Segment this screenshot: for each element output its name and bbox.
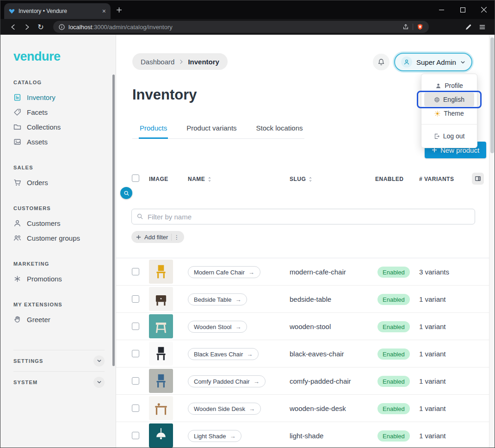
variant-count: 1 variant <box>419 432 446 440</box>
vendure-logo: vendure <box>13 50 116 64</box>
product-detail-link[interactable]: Light Shade → <box>188 430 241 442</box>
table-row: Modern Cafe Chair → modern-cafe-chair En… <box>116 258 495 286</box>
sidebar-item-facets[interactable]: Facets <box>13 105 116 119</box>
row-checkbox[interactable] <box>132 268 139 275</box>
tab-product-variants[interactable]: Product variants <box>186 117 237 139</box>
breadcrumb: Dashboard Inventory <box>132 53 228 70</box>
edit-extension-icon[interactable] <box>461 24 475 31</box>
users-icon <box>13 234 21 242</box>
reload-icon[interactable]: ↻ <box>34 23 48 31</box>
maximize-button[interactable] <box>452 0 473 19</box>
sidebar-item-greeter[interactable]: Greeter <box>13 312 116 327</box>
menu-item-language[interactable]: English <box>424 93 474 106</box>
menu-item-label: Log out <box>443 132 465 140</box>
sidebar-item-label: Customer groups <box>27 234 80 242</box>
customers-nav: Customers Customer groups <box>13 216 116 245</box>
menu-item-logout[interactable]: Log out <box>424 128 474 144</box>
product-slug: black-eaves-chair <box>290 350 344 358</box>
sidebar-section-system[interactable]: SYSTEM <box>13 371 105 392</box>
row-checkbox[interactable] <box>132 377 139 385</box>
dots-vertical-icon[interactable]: ⋮ <box>171 234 179 241</box>
product-image <box>149 314 173 338</box>
table-row: Wooden Side Desk → wooden-side-desk Enab… <box>116 395 495 422</box>
user-menu-button[interactable]: Super Admin <box>394 53 472 71</box>
row-checkbox[interactable] <box>132 404 139 412</box>
close-button[interactable] <box>473 0 495 19</box>
brave-shield-icon[interactable] <box>417 24 423 30</box>
product-detail-link[interactable]: Wooden Side Desk → <box>188 403 261 415</box>
product-name: Modern Cafe Chair <box>194 269 245 276</box>
menu-item-profile[interactable]: Profile <box>424 79 474 93</box>
column-picker-button[interactable] <box>472 173 484 185</box>
folder-icon <box>13 123 21 131</box>
product-detail-link[interactable]: Modern Cafe Chair → <box>188 266 260 278</box>
table-header: IMAGE NAME SLUG ENABLED # VARIANTS <box>116 171 495 189</box>
row-checkbox[interactable] <box>132 295 139 303</box>
sidebar-item-customers[interactable]: Customers <box>13 216 116 230</box>
search-icon <box>124 190 130 196</box>
minimize-button[interactable] <box>431 0 452 19</box>
breadcrumb-dashboard[interactable]: Dashboard <box>141 58 174 66</box>
search-fab-button[interactable] <box>120 187 132 199</box>
column-header-slug[interactable]: SLUG <box>290 176 313 182</box>
share-icon[interactable] <box>402 24 409 30</box>
column-header-name[interactable]: NAME <box>188 176 212 182</box>
menu-item-theme[interactable]: Theme <box>424 106 474 120</box>
table-row: Light Shade → light-shade Enabled 1 vari… <box>116 422 495 448</box>
scrollbar-thumb[interactable] <box>490 37 494 153</box>
breadcrumb-current: Inventory <box>188 58 219 66</box>
sort-icon[interactable] <box>308 176 313 182</box>
section-label-customers: CUSTOMERS <box>13 205 116 211</box>
arrow-right-icon: → <box>229 433 235 440</box>
product-slug: modern-cafe-chair <box>290 268 346 276</box>
url-host: localhost <box>68 24 92 31</box>
url-field[interactable]: localhost:3000/admin/catalog/inventory <box>53 21 429 33</box>
sidebar-scrollbar[interactable] <box>112 75 115 366</box>
row-checkbox[interactable] <box>132 432 139 439</box>
sidebar-item-collections[interactable]: Collections <box>13 119 116 134</box>
tab-close-icon[interactable]: × <box>102 8 106 14</box>
browser-menu-icon[interactable] <box>475 24 489 31</box>
product-detail-link[interactable]: Comfy Padded Chair → <box>188 375 266 387</box>
menu-item-label: Profile <box>445 82 463 89</box>
product-image <box>149 396 173 420</box>
arrow-right-icon: → <box>248 269 254 276</box>
sidebar-item-promotions[interactable]: Promotions <box>13 271 116 286</box>
sidebar-item-inventory[interactable]: Inventory <box>13 90 116 105</box>
status-badge: Enabled <box>377 321 410 332</box>
sidebar-item-assets[interactable]: Assets <box>13 134 116 149</box>
window-controls <box>431 0 495 19</box>
sidebar-item-customer-groups[interactable]: Customer groups <box>13 230 116 245</box>
variant-count: 1 variant <box>419 350 446 358</box>
forward-icon[interactable] <box>20 24 34 31</box>
chevron-down-icon[interactable] <box>93 377 105 388</box>
sidebar-section-settings[interactable]: SETTINGS <box>13 350 105 371</box>
tab-stock-locations[interactable]: Stock locations <box>255 117 304 139</box>
product-detail-link[interactable]: Black Eaves Chair → <box>188 348 259 360</box>
sidebar-item-orders[interactable]: Orders <box>13 175 116 190</box>
notifications-button[interactable] <box>373 54 390 70</box>
product-detail-link[interactable]: Wooden Stool → <box>188 321 247 333</box>
new-tab-icon[interactable] <box>116 6 122 15</box>
back-icon[interactable] <box>6 24 20 31</box>
tab-products[interactable]: Products <box>139 117 168 139</box>
variant-count: 1 variant <box>419 377 446 385</box>
hand-icon <box>13 316 21 324</box>
site-info-icon[interactable] <box>59 24 65 30</box>
product-image <box>149 260 173 284</box>
filter-input[interactable] <box>131 209 475 224</box>
chevron-down-icon[interactable] <box>93 355 105 367</box>
add-filter-button[interactable]: Add filter ⋮ <box>131 231 184 243</box>
product-detail-link[interactable]: Bedside Table → <box>188 293 247 305</box>
browser-tab[interactable]: Inventory • Vendure × <box>4 3 111 19</box>
inventory-icon <box>13 93 21 101</box>
sort-icon[interactable] <box>207 176 212 182</box>
sales-nav: Orders <box>13 175 116 190</box>
browser-titlebar: Inventory • Vendure × <box>0 0 495 19</box>
page-scrollbar[interactable] <box>489 35 495 448</box>
row-checkbox[interactable] <box>132 323 139 330</box>
catalog-nav: Inventory Facets Collections Assets <box>13 90 116 149</box>
select-all-checkbox[interactable] <box>132 174 139 182</box>
tab-title: Inventory • Vendure <box>19 8 99 14</box>
row-checkbox[interactable] <box>132 350 139 357</box>
